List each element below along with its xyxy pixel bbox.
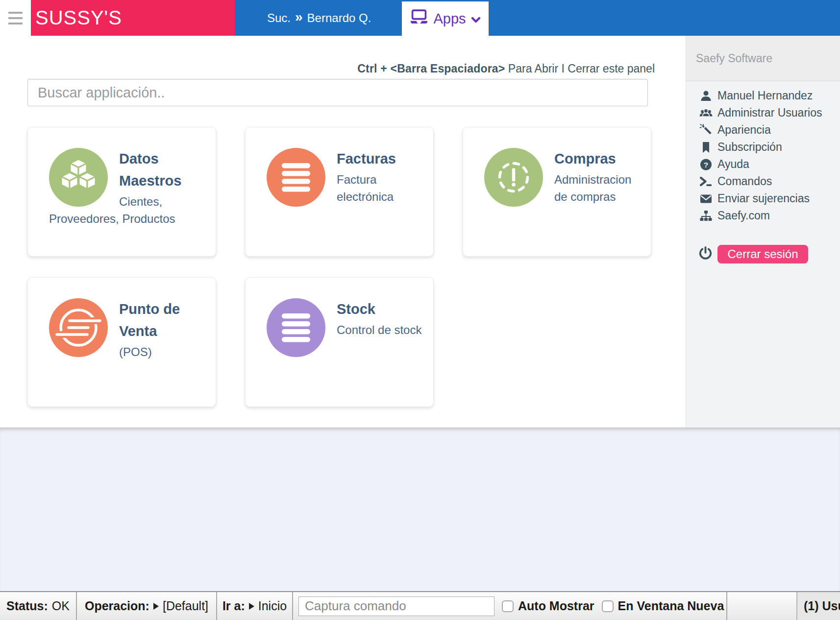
card-punto-de-venta[interactable]: Punto de Venta (POS)	[27, 277, 216, 407]
magic-wand-icon	[698, 124, 714, 137]
sitemap-icon	[698, 210, 714, 222]
sidebar-item-enviar-sujerencias[interactable]: Enviar sujerencias	[698, 190, 840, 207]
brand-text: SUSSY'S	[35, 7, 122, 29]
hamburger-menu-icon[interactable]	[0, 0, 31, 36]
users-icon	[698, 107, 714, 119]
logout-row: Cerrar sesión	[686, 245, 840, 263]
status-section: Status: OK	[0, 592, 76, 620]
goto-label: Ir a:	[222, 599, 245, 613]
terminal-icon	[698, 175, 714, 188]
sidebar-header: Saefy Software	[686, 36, 840, 81]
hint-text: Para Abrir I Cerrar este panel	[505, 62, 655, 75]
users-count-badge: (1) Usu	[796, 592, 840, 620]
sidebar-item-saefy-com[interactable]: Saefy.com	[698, 207, 840, 224]
app-cards-grid: Datos Maestros Cientes, Proveedores, Pro…	[27, 127, 655, 407]
goto-section[interactable]: Ir a: Inicio	[217, 592, 292, 620]
chevron-double-right-icon: »	[295, 9, 303, 25]
status-bar: Status: OK Operacion: [Default] Ir a: In…	[0, 591, 840, 620]
sidebar-item-label: Subscripción	[717, 141, 782, 154]
apps-panel: Ctrl + <Barra Espaciadora> Para Abrir I …	[0, 36, 686, 428]
panel-shortcut-hint: Ctrl + <Barra Espaciadora> Para Abrir I …	[27, 62, 655, 75]
sidebar-item-comandos[interactable]: Comandos	[698, 173, 840, 190]
sidebar-menu: Manuel Hernandez Administrar Usuarios Ap…	[686, 81, 840, 224]
sidebar-item-label: Saefy.com	[717, 209, 770, 222]
laptop-icon	[410, 9, 428, 28]
sidebar-item-label: Ayuda	[717, 158, 749, 171]
bookmark-icon	[698, 141, 714, 154]
card-datos-maestros[interactable]: Datos Maestros Cientes, Proveedores, Pro…	[27, 127, 216, 257]
cubes-icon	[49, 148, 108, 207]
apps-button[interactable]: Apps	[402, 1, 489, 36]
new-window-checkbox[interactable]	[602, 600, 614, 612]
sidebar-item-administrar-usuarios[interactable]: Administrar Usuarios	[698, 104, 840, 121]
user-icon	[698, 90, 714, 102]
sidebar-item-label: Enviar sujerencias	[717, 192, 810, 205]
right-sidebar: Saefy Software Manuel Hernandez Administ…	[686, 36, 840, 428]
statusbar-spacer	[727, 592, 796, 620]
apps-button-label: Apps	[433, 11, 466, 27]
sidebar-item-user[interactable]: Manuel Hernandez	[698, 87, 840, 104]
operation-value: [Default]	[163, 599, 208, 613]
top-navigation-bar: SUSSY'S Suc. » Bernardo Q. Apps	[0, 0, 840, 36]
power-icon	[698, 246, 713, 262]
help-circle-icon: ?	[698, 158, 714, 171]
branch-value: Bernardo Q.	[307, 11, 371, 25]
list-icon	[267, 148, 325, 207]
new-window-label: En Ventana Nueva	[618, 599, 724, 613]
caret-right-icon	[153, 603, 159, 610]
list-icon	[267, 298, 325, 357]
status-label: Status:	[6, 599, 48, 613]
chevron-down-icon	[471, 11, 481, 27]
goto-value: Inicio	[258, 599, 287, 613]
sidebar-item-subscripcion[interactable]: Subscripción	[698, 139, 840, 156]
logout-button[interactable]: Cerrar sesión	[717, 245, 808, 263]
command-input[interactable]	[298, 596, 494, 616]
sidebar-item-label: Administrar Usuarios	[717, 106, 822, 119]
sidebar-item-label: Manuel Hernandez	[717, 89, 813, 102]
sidebar-item-label: Apariencia	[717, 123, 771, 137]
sidebar-item-ayuda[interactable]: ? Ayuda	[698, 156, 840, 173]
workspace-area	[0, 428, 840, 591]
auto-show-checkbox[interactable]	[502, 600, 514, 612]
svg-text:?: ?	[704, 160, 708, 168]
operation-section[interactable]: Operacion: [Default]	[77, 592, 216, 620]
sidebar-item-label: Comandos	[717, 175, 772, 188]
alert-dashed-circle-icon	[484, 148, 543, 207]
card-compras[interactable]: Compras Administracion de compras	[463, 127, 651, 257]
operation-label: Operacion:	[85, 599, 149, 613]
hint-shortcut-keys: Ctrl + <Barra Espaciadora>	[357, 62, 505, 75]
card-stock[interactable]: Stock Control de stock	[245, 277, 434, 407]
command-section: Auto Mostrar En Ventana Nueva	[293, 592, 726, 620]
card-facturas[interactable]: Facturas Factura electrónica	[245, 127, 434, 257]
caret-right-icon	[249, 603, 254, 610]
branch-label: Suc.	[267, 11, 291, 25]
status-value: OK	[52, 599, 70, 613]
brand-logo: SUSSY'S	[31, 0, 235, 36]
envelope-icon	[698, 192, 714, 205]
pos-icon	[49, 298, 108, 357]
sidebar-item-apariencia[interactable]: Apariencia	[698, 121, 840, 139]
main-content-row: Ctrl + <Barra Espaciadora> Para Abrir I …	[0, 36, 840, 428]
breadcrumb: Suc. » Bernardo Q.	[267, 0, 371, 36]
auto-show-label: Auto Mostrar	[518, 599, 594, 613]
search-input[interactable]	[27, 79, 648, 106]
